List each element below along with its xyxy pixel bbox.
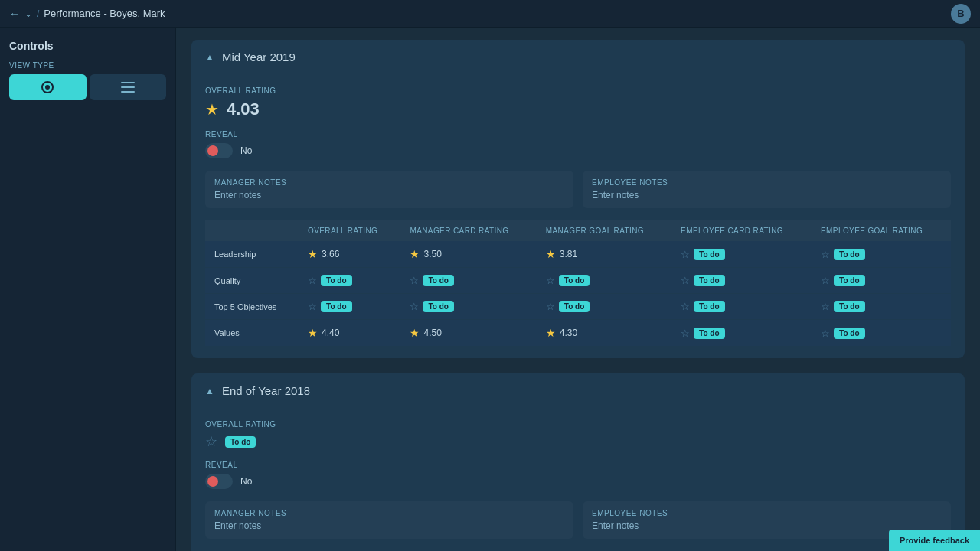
todo-cell: ☆To do bbox=[821, 328, 942, 339]
star-empty-icon-2: ☆ bbox=[205, 433, 217, 450]
todo-cell: ☆To do bbox=[681, 249, 802, 260]
sidebar: Controls VIEW TYPE bbox=[0, 28, 176, 551]
top-nav: ← ⌄ / Performance - Boyes, Mark B bbox=[0, 0, 980, 28]
todo-badge: To do bbox=[559, 275, 590, 286]
circle-view-button[interactable] bbox=[9, 74, 87, 100]
cell-rating: ★4.50 bbox=[410, 327, 527, 339]
svg-rect-4 bbox=[121, 91, 135, 93]
star-empty-icon: ☆ bbox=[821, 328, 830, 339]
col-emp-card-1: EMPLOYEE CARD RATING bbox=[671, 220, 812, 241]
star-filled-icon: ★ bbox=[308, 248, 318, 260]
emp-goal-cell: ☆To do bbox=[812, 294, 951, 320]
cell-value: 3.66 bbox=[322, 249, 339, 259]
star-empty-icon: ☆ bbox=[546, 275, 555, 286]
col-overall-1: OVERALL RATING bbox=[299, 220, 400, 241]
mgr-goal-cell: ★3.81 bbox=[537, 241, 671, 268]
overall-rating-row-2: ☆ To do bbox=[205, 433, 951, 450]
star-filled-icon: ★ bbox=[410, 327, 420, 339]
cell-rating: ★3.50 bbox=[410, 248, 527, 260]
star-empty-icon: ☆ bbox=[821, 301, 830, 312]
col-mgr-card-1: MANAGER CARD RATING bbox=[400, 220, 536, 241]
provide-feedback-button[interactable]: Provide feedback bbox=[889, 530, 980, 551]
manager-notes-value-2: Enter notes bbox=[214, 520, 564, 531]
todo-cell: ☆To do bbox=[546, 275, 662, 286]
star-filled-icon-1: ★ bbox=[205, 100, 219, 119]
reveal-toggle-1[interactable] bbox=[205, 143, 233, 158]
manager-notes-label-1: MANAGER NOTES bbox=[214, 178, 564, 187]
star-empty-icon: ☆ bbox=[681, 301, 690, 312]
todo-cell: ☆To do bbox=[410, 301, 527, 312]
star-empty-icon: ☆ bbox=[821, 249, 830, 260]
back-button[interactable]: ← bbox=[9, 8, 20, 20]
todo-badge: To do bbox=[694, 275, 724, 286]
overall-rating-value-1: 4.03 bbox=[227, 99, 260, 119]
todo-badge: To do bbox=[694, 328, 724, 339]
reveal-value-1: No bbox=[240, 145, 252, 156]
todo-cell: ☆To do bbox=[308, 275, 391, 286]
manager-notes-box-2[interactable]: MANAGER NOTES Enter notes bbox=[205, 501, 573, 539]
row-name: Leadership bbox=[205, 241, 299, 268]
overall-rating-row-1: ★ 4.03 bbox=[205, 99, 951, 119]
main-layout: Controls VIEW TYPE ▲ Mi bbox=[0, 28, 980, 551]
table-row: Leadership ★3.66 ★3.50 ★3.81 ☆To do ☆To … bbox=[205, 241, 951, 268]
manager-notes-value-1: Enter notes bbox=[214, 190, 564, 201]
row-name: Quality bbox=[205, 268, 299, 294]
perf-table-1: OVERALL RATING MANAGER CARD RATING MANAG… bbox=[205, 220, 951, 346]
svg-point-1 bbox=[45, 85, 50, 90]
notes-row-1: MANAGER NOTES Enter notes EMPLOYEE NOTES… bbox=[205, 171, 951, 208]
page-title: Performance - Boyes, Mark bbox=[44, 8, 165, 19]
todo-cell: ☆To do bbox=[410, 275, 527, 286]
cell-value: 3.81 bbox=[560, 249, 577, 259]
col-mgr-goal-1: MANAGER GOAL RATING bbox=[537, 220, 671, 241]
cell-rating: ★3.81 bbox=[546, 248, 662, 260]
manager-notes-label-2: MANAGER NOTES bbox=[214, 509, 564, 517]
cell-value: 3.50 bbox=[423, 249, 441, 259]
todo-badge: To do bbox=[423, 301, 453, 312]
cell-value: 4.30 bbox=[560, 328, 577, 338]
mgr-card-cell: ★3.50 bbox=[400, 241, 536, 268]
overall-rating-todo-2: To do bbox=[225, 436, 256, 448]
end-of-year-2018-section: ▲ End of Year 2018 OVERALL RATING ☆ To d… bbox=[191, 373, 965, 551]
todo-badge: To do bbox=[423, 275, 453, 286]
list-view-button[interactable] bbox=[90, 74, 167, 100]
avatar: B bbox=[951, 4, 971, 24]
star-filled-icon: ★ bbox=[546, 327, 556, 339]
todo-badge: To do bbox=[694, 249, 724, 260]
cell-value: 4.40 bbox=[322, 328, 339, 338]
mid-year-2019-header[interactable]: ▲ Mid Year 2019 bbox=[191, 40, 965, 74]
emp-card-cell: ☆To do bbox=[671, 268, 812, 294]
mgr-goal-cell: ☆To do bbox=[537, 294, 671, 320]
todo-cell: ☆To do bbox=[308, 301, 391, 312]
cell-rating: ★4.40 bbox=[308, 327, 391, 339]
emp-card-cell: ☆To do bbox=[671, 241, 812, 268]
emp-goal-cell: ☆To do bbox=[812, 320, 951, 347]
overall-rating-label-2: OVERALL RATING bbox=[205, 420, 951, 429]
todo-cell: ☆To do bbox=[821, 301, 942, 312]
star-empty-icon: ☆ bbox=[681, 275, 690, 286]
todo-badge: To do bbox=[834, 275, 864, 286]
todo-badge: To do bbox=[559, 301, 590, 312]
todo-cell: ☆To do bbox=[821, 275, 942, 286]
overall-rating-cell: ☆To do bbox=[299, 294, 400, 320]
mgr-card-cell: ☆To do bbox=[400, 294, 536, 320]
table-row: Top 5 Objectives ☆To do ☆To do ☆To do ☆T… bbox=[205, 294, 951, 320]
star-filled-icon: ★ bbox=[308, 327, 318, 339]
end-of-year-2018-header[interactable]: ▲ End of Year 2018 bbox=[191, 373, 965, 408]
table-header-row-1: OVERALL RATING MANAGER CARD RATING MANAG… bbox=[205, 220, 951, 241]
employee-notes-box-1[interactable]: EMPLOYEE NOTES Enter notes bbox=[583, 171, 951, 208]
nav-chevron[interactable]: ⌄ bbox=[24, 8, 32, 19]
mgr-goal-cell: ★4.30 bbox=[537, 320, 671, 347]
col-emp-goal-1: EMPLOYEE GOAL RATING bbox=[812, 220, 951, 241]
todo-badge: To do bbox=[694, 301, 724, 312]
main-content: ▲ Mid Year 2019 OVERALL RATING ★ 4.03 RE… bbox=[176, 28, 980, 551]
star-empty-icon: ☆ bbox=[681, 249, 690, 260]
todo-badge: To do bbox=[834, 328, 864, 339]
table-row: Values ★4.40 ★4.50 ★4.30 ☆To do ☆To do bbox=[205, 320, 951, 347]
mgr-card-cell: ☆To do bbox=[400, 268, 536, 294]
overall-rating-cell: ★4.40 bbox=[299, 320, 400, 347]
mid-year-2019-title: Mid Year 2019 bbox=[222, 51, 296, 64]
todo-cell: ☆To do bbox=[681, 328, 802, 339]
employee-notes-label-1: EMPLOYEE NOTES bbox=[592, 178, 942, 187]
reveal-toggle-2[interactable] bbox=[205, 474, 233, 489]
manager-notes-box-1[interactable]: MANAGER NOTES Enter notes bbox=[205, 171, 573, 208]
